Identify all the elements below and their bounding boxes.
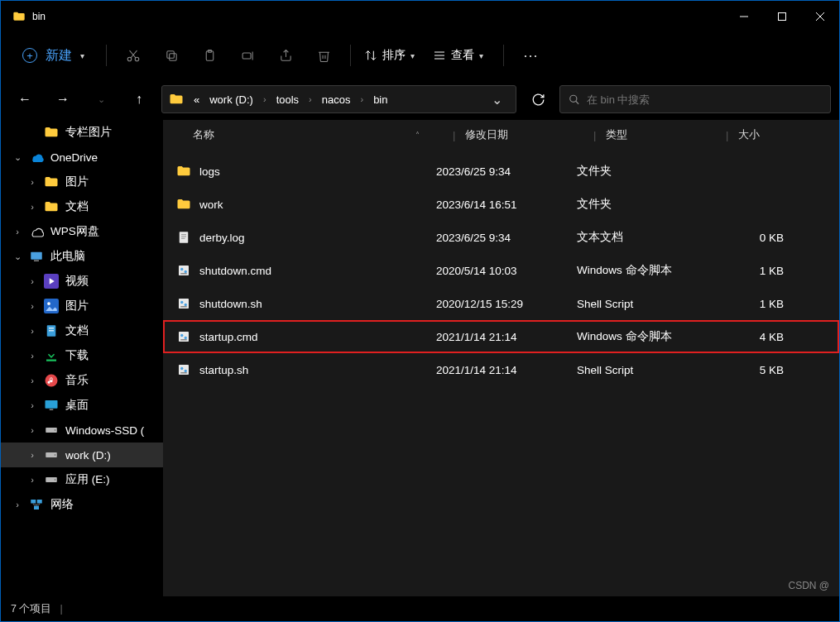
expander-icon[interactable]: › [27,326,37,336]
breadcrumb[interactable]: work (D:) [206,92,257,108]
expander-icon[interactable]: › [12,500,22,510]
sidebar-item-label: WPS网盘 [50,224,99,239]
svg-rect-12 [242,52,251,58]
svg-point-27 [47,302,50,305]
breadcrumb[interactable]: nacos [319,92,354,108]
column-date[interactable]: |修改日期 [436,127,577,142]
delete-icon[interactable] [307,39,340,72]
file-size: 1 KB [709,265,809,277]
more-icon[interactable]: ⋯ [514,39,547,72]
address-dropdown[interactable]: ⌄ [483,92,511,108]
view-button[interactable]: 查看▾ [430,48,493,63]
sidebar-item[interactable]: 专栏图片 [1,120,163,145]
file-row[interactable]: shutdown.sh2020/12/15 15:29Shell Script1… [163,287,839,320]
svg-rect-51 [180,273,187,275]
sidebar-item[interactable]: ›音乐 [1,368,163,393]
up-button[interactable]: ↑ [123,84,155,114]
sidebar-item-label: Windows-SSD ( [65,424,144,437]
sidebar-item[interactable]: ›work (D:) [1,443,163,467]
file-size: 1 KB [709,298,809,310]
svg-point-40 [55,479,56,481]
file-row[interactable]: shutdown.cmd2020/5/14 10:03Windows 命令脚本1… [163,254,839,287]
svg-rect-34 [50,409,54,411]
expander-icon[interactable]: ⌄ [12,152,22,163]
sidebar-item[interactable]: ›WPS网盘 [1,219,163,244]
expander-icon[interactable]: › [27,376,37,385]
svg-rect-1 [779,13,786,21]
share-icon[interactable] [269,39,302,72]
close-button[interactable] [801,1,839,32]
sidebar-item[interactable]: ⌄此电脑 [1,244,163,269]
file-row[interactable]: startup.cmd2021/1/14 21:14Windows 命令脚本4 … [163,320,839,353]
sidebar-item[interactable]: ›网络 [1,492,163,517]
column-type[interactable]: |类型 [577,127,709,142]
recent-button[interactable]: ⌄ [85,84,117,114]
file-date: 2021/1/14 21:14 [436,364,577,376]
breadcrumb-prefix: « [190,92,203,108]
watermark: CSDN @ [788,580,829,591]
sidebar-item[interactable]: ›图片 [1,170,163,194]
expander-icon[interactable]: › [27,351,37,361]
file-row[interactable]: logs2023/6/25 9:34文件夹 [163,155,839,188]
svg-point-36 [55,429,56,431]
refresh-button[interactable] [523,85,553,113]
file-row[interactable]: work2023/6/14 16:51文件夹 [163,188,839,221]
new-button[interactable]: + 新建 ▾ [11,42,96,69]
expander-icon[interactable]: › [27,400,37,410]
column-size[interactable]: |大小 [709,127,809,142]
search-box[interactable] [559,85,831,113]
paste-icon[interactable] [193,39,226,72]
expander-icon[interactable]: ⌄ [12,251,22,262]
expander-icon[interactable]: › [27,202,37,212]
search-input[interactable] [587,93,822,106]
sidebar-item[interactable]: ›桌面 [1,393,163,418]
chevron-right-icon: › [357,94,367,104]
sidebar-item[interactable]: ›应用 (E:) [1,467,163,492]
expander-icon[interactable]: › [27,450,37,460]
sidebar-item[interactable]: ›视频 [1,269,163,294]
expander-icon[interactable]: › [27,177,37,187]
minimize-button[interactable] [725,1,763,32]
cut-icon[interactable] [117,39,150,72]
rename-icon[interactable] [231,39,264,72]
sidebar-item[interactable]: ›图片 [1,294,163,318]
expander-icon[interactable]: › [27,425,37,435]
maximize-button[interactable] [763,1,801,32]
sidebar-item-label: work (D:) [65,449,111,462]
breadcrumb[interactable]: bin [370,92,391,108]
sidebar-item-label: 音乐 [65,373,89,388]
svg-point-58 [185,337,187,339]
svg-rect-63 [180,372,187,374]
column-name[interactable]: 名称˄ [163,127,436,142]
svg-rect-29 [49,328,54,328]
svg-rect-26 [44,299,59,313]
file-type: Shell Script [577,298,709,310]
sidebar-item[interactable]: ›文档 [1,318,163,343]
sidebar-item[interactable]: ⌄OneDrive [1,145,163,170]
file-row[interactable]: derby.log2023/6/25 9:34文本文档0 KB [163,221,839,254]
back-button[interactable]: ← [9,84,41,114]
sidebar-item-label: 应用 (E:) [65,472,110,487]
file-row[interactable]: startup.sh2021/1/14 21:14Shell Script5 K… [163,353,839,386]
file-name: logs [199,165,220,178]
address-bar[interactable]: « work (D:) › tools › nacos › bin ⌄ [161,85,516,113]
expander-icon[interactable]: › [27,276,37,286]
sidebar-item[interactable]: ›Windows-SSD ( [1,418,163,443]
expander-icon[interactable]: › [12,227,22,237]
breadcrumb[interactable]: tools [273,92,302,108]
item-count: 7 个项目 [11,602,51,616]
sidebar-item-label: 文档 [65,199,89,214]
sort-button[interactable]: 排序▾ [361,48,425,63]
expander-icon[interactable]: › [27,475,37,485]
file-name: shutdown.sh [199,298,262,310]
expander-icon[interactable]: › [27,301,37,311]
sidebar-item-label: 视频 [65,274,89,289]
forward-button[interactable]: → [47,84,79,114]
copy-icon[interactable] [155,39,188,72]
svg-point-62 [185,370,187,372]
sidebar-item[interactable]: ›文档 [1,194,163,219]
file-date: 2020/5/14 10:03 [436,265,577,277]
file-name: derby.log [199,232,245,244]
sidebar-item[interactable]: ›下载 [1,343,163,368]
file-type: 文件夹 [577,164,709,179]
